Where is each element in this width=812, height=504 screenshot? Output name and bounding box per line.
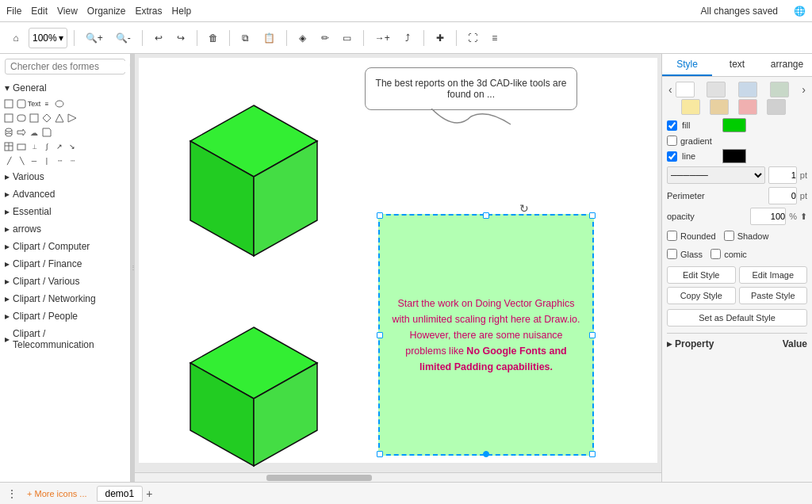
connector-button[interactable]: ⤴ [398,28,417,48]
tab-style[interactable]: Style [662,54,712,76]
redo-button[interactable]: ↪ [171,28,190,48]
menu-view[interactable]: View [57,6,78,17]
shape-s1[interactable]: ⟂ [29,141,40,152]
shape-l6[interactable]: ┄ [67,155,78,166]
menu-edit[interactable]: Edit [31,6,48,17]
tab-add-button[interactable]: + [146,487,152,500]
sidebar-section-clipart-telecom-header[interactable]: ▸ Clipart / Telecommunication [0,325,130,353]
canvas-background[interactable]: The best reports on the 3d CAD-like tool… [139,58,657,463]
shape-diamond[interactable] [41,113,52,124]
shape-lines[interactable]: ≡ [41,98,52,109]
search-input[interactable] [10,61,129,72]
canvas-scrollbar[interactable] [135,472,661,482]
shape-rect[interactable] [3,98,14,109]
opacity-input[interactable] [750,208,786,225]
tab-arrange[interactable]: arrange [762,54,812,76]
shape-process[interactable] [16,141,27,152]
shape-triangle[interactable] [54,113,65,124]
sidebar-section-general-header[interactable]: ▾ General [0,79,130,97]
shape-note[interactable] [41,127,52,138]
zoom-control[interactable]: 100% ▾ [29,28,67,48]
zoom-in-button[interactable]: 🔍+ [81,28,108,48]
shape-ellipse[interactable] [54,98,65,109]
shape-l5[interactable]: ╌ [54,155,65,166]
shape-s2[interactable]: ∫ [41,141,52,152]
shape-l2[interactable]: ╲ [16,155,27,166]
zoom-out-button[interactable]: 🔍- [111,28,136,48]
line-style-dropdown[interactable]: ────── - - - - · · · · [667,166,765,184]
color-swatch-lightgray[interactable] [707,82,726,97]
fill-checkbox[interactable] [667,120,677,131]
handle-bm[interactable] [483,451,489,457]
color-swatch-lightblue[interactable] [738,82,757,97]
color-swatch-white[interactable] [676,82,695,97]
canvas-area[interactable]: The best reports on the 3d CAD-like tool… [135,54,661,482]
shape-rect2[interactable] [16,98,27,109]
shape-cylinder[interactable] [3,127,14,138]
edit-style-button[interactable]: Edit Style [667,266,736,284]
menu-file[interactable]: File [6,6,21,17]
rect-button[interactable]: ▭ [338,28,357,48]
color-swatch-yellow[interactable] [681,99,700,115]
shadow-checkbox[interactable] [724,231,734,241]
menu-help[interactable]: Help [172,6,192,17]
sidebar-section-clipart-networking-header[interactable]: ▸ Clipart / Networking [0,290,130,307]
fullscreen-button[interactable]: ⛶ [463,28,482,48]
delete-button[interactable]: 🗑 [204,28,223,48]
paste-button[interactable]: 📋 [259,28,280,48]
tab-text[interactable]: text [712,54,762,76]
shape-rtriangle[interactable] [67,113,78,124]
line-checkbox[interactable] [667,151,677,162]
glass-checkbox[interactable] [667,249,677,259]
sidebar-section-arrows-header[interactable]: ▸ arrows [0,220,130,238]
paste-style-button[interactable]: Paste Style [739,287,808,304]
undo-button[interactable]: ↩ [149,28,168,48]
canvas-inner[interactable]: The best reports on the 3d CAD-like tool… [135,54,661,472]
scrollbar-thumb[interactable] [266,475,372,481]
shape-text[interactable]: Text [29,98,40,109]
set-default-style-button[interactable]: Set as Default Style [667,309,807,326]
search-box[interactable]: 🔍 [5,59,125,74]
shape-l4[interactable]: | [41,155,52,166]
handle-tr[interactable] [589,212,596,219]
insert-button[interactable]: ✚ [431,28,450,48]
perimeter-input[interactable] [768,187,797,204]
arrow-button[interactable]: →+ [370,28,395,48]
sidebar-section-various-header[interactable]: ▸ Various [0,168,130,185]
opacity-spinner[interactable]: ⬆ [800,212,807,222]
shape-l3[interactable]: ─ [29,155,40,166]
tab-actions-button[interactable]: ⋮ [6,487,17,500]
handle-mr[interactable] [589,332,596,338]
cube-shape-1[interactable] [170,97,337,306]
fill-button[interactable]: ◈ [293,28,312,48]
handle-tm[interactable] [483,212,489,219]
shape-table[interactable] [3,141,14,152]
handle-ml[interactable] [377,332,383,338]
sidebar-section-essential-header[interactable]: ▸ Essential [0,203,130,220]
color-swatch-tan[interactable] [710,99,729,115]
handle-br[interactable] [589,451,596,457]
shape-rect4[interactable] [29,113,40,124]
more-icons-button[interactable]: + More icons ... [27,489,87,498]
color-nav-left[interactable]: ‹ [667,82,674,97]
text-bubble-shape[interactable]: The best reports on the 3d CAD-like tool… [365,67,577,110]
shape-l1[interactable]: ╱ [3,155,14,166]
shape-cloud[interactable]: ☁ [29,127,40,138]
edit-image-button[interactable]: Edit Image [739,266,808,284]
shape-s3[interactable]: ↗ [54,141,65,152]
cube-shape-2[interactable] [170,319,337,472]
rounded-checkbox[interactable] [667,231,677,241]
comic-checkbox[interactable] [710,249,721,259]
handle-tl[interactable] [377,212,383,219]
sidebar-section-clipart-finance-header[interactable]: ▸ Clipart / Finance [0,255,130,273]
shape-arrow-r[interactable] [16,127,27,138]
home-button[interactable]: ⌂ [6,28,25,48]
sidebar-section-advanced-header[interactable]: ▸ Advanced [0,185,130,203]
line-width-input[interactable] [768,166,797,184]
property-collapse-icon[interactable]: ▸ [667,338,672,349]
fill-color-box[interactable] [722,118,746,132]
shape-rounded-rect[interactable] [16,113,27,124]
sidebar-section-clipart-people-header[interactable]: ▸ Clipart / People [0,307,130,325]
menu-extras[interactable]: Extras [136,6,163,17]
sidebar-section-clipart-computer-header[interactable]: ▸ Clipart / Computer [0,238,130,255]
